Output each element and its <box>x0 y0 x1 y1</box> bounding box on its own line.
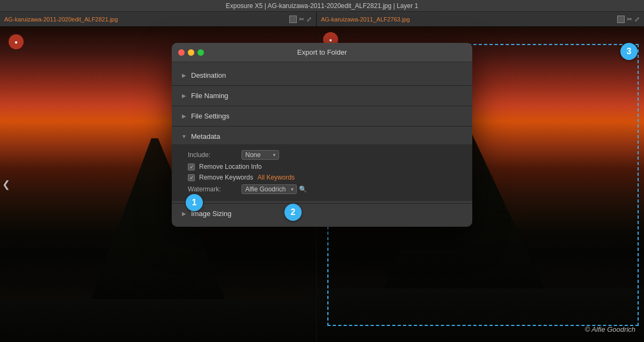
watermark-value: Alfie Goodrich <box>245 185 286 193</box>
close-button[interactable] <box>178 49 185 56</box>
badge-1: 1 <box>186 194 203 211</box>
badge-2: 2 <box>284 204 302 221</box>
watermark-text: © Alfie Goodrich <box>585 325 635 333</box>
include-dropdown[interactable]: None <box>241 150 279 160</box>
file-naming-label: File Naming <box>191 92 228 100</box>
destination-arrow-icon <box>180 72 188 79</box>
left-logo: ● <box>9 34 24 49</box>
file-settings-arrow-icon <box>180 113 188 120</box>
left-panel-square-icon[interactable] <box>289 16 297 23</box>
divider-4 <box>172 203 472 204</box>
left-panel-cut-icon: ✂ <box>299 16 304 23</box>
dialog-title-bar: Export to Folder <box>172 43 472 62</box>
traffic-lights <box>178 49 204 56</box>
file-settings-label: File Settings <box>191 112 230 120</box>
section-metadata[interactable]: Metadata <box>172 129 472 144</box>
minimize-button[interactable] <box>188 49 194 56</box>
right-panel-filename: AG-karuizawa-2011_ALF2763.jpg <box>321 16 410 23</box>
remove-location-checkbox[interactable] <box>188 163 195 170</box>
right-panel-cut-icon: ✂ <box>627 16 632 23</box>
divider-2 <box>172 106 472 106</box>
include-label: Include: <box>188 151 241 159</box>
title-bar: Exposure X5 | AG-karuizawa-2011-2020edit… <box>0 0 644 12</box>
left-panel-filename: AG-karuizawa-2011-2020edit_ALF2821.jpg <box>4 16 118 23</box>
metadata-label: Metadata <box>191 132 220 140</box>
file-naming-arrow-icon <box>180 92 188 100</box>
image-sizing-label: Image Sizing <box>191 210 231 218</box>
remove-keywords-row[interactable]: Remove Keywords All Keywords <box>188 172 464 183</box>
remove-keywords-checkbox[interactable] <box>188 174 195 181</box>
remove-keywords-label: Remove Keywords <box>199 174 253 181</box>
metadata-arrow-icon <box>180 133 188 140</box>
title-bar-text: Exposure X5 | AG-karuizawa-2011-2020edit… <box>226 2 418 10</box>
right-panel-square-icon[interactable] <box>617 16 625 23</box>
keywords-link[interactable]: All Keywords <box>258 174 295 181</box>
remove-location-label: Remove Location Info <box>199 163 262 170</box>
maximize-button[interactable] <box>197 49 204 56</box>
section-file-naming[interactable]: File Naming <box>172 88 472 103</box>
watermark-row: Watermark: Alfie Goodrich 🔍 <box>188 183 464 196</box>
right-panel-fit-icon: ⤢ <box>634 16 640 23</box>
include-row: Include: None <box>188 148 464 161</box>
badge-3: 3 <box>620 43 638 60</box>
left-panel-icons: ✂ ⤢ <box>289 16 312 23</box>
export-dialog: Export to Folder Destination File Naming <box>172 43 472 227</box>
section-destination[interactable]: Destination <box>172 68 472 83</box>
include-value: None <box>245 151 261 159</box>
divider-1 <box>172 85 472 86</box>
right-panel-icons: ✂ ⤢ <box>617 16 640 23</box>
left-panel-fit-icon: ⤢ <box>306 16 312 23</box>
left-nav-arrow[interactable]: ❮ <box>2 179 10 190</box>
dialog-body: Destination File Naming File Settings <box>172 62 472 227</box>
divider-3 <box>172 126 472 127</box>
left-panel-header: AG-karuizawa-2011-2020edit_ALF2821.jpg ✂… <box>0 12 316 27</box>
main-area: AG-karuizawa-2011-2020edit_ALF2821.jpg ✂… <box>0 12 644 342</box>
image-sizing-arrow-icon <box>180 210 188 218</box>
watermark-field-label: Watermark: <box>188 185 241 193</box>
destination-label: Destination <box>191 71 226 79</box>
right-panel-header: AG-karuizawa-2011_ALF2763.jpg ✂ ⤢ <box>317 12 644 27</box>
section-image-sizing[interactable]: Image Sizing <box>172 206 472 221</box>
watermark-dropdown[interactable]: Alfie Goodrich <box>241 184 297 194</box>
section-file-settings[interactable]: File Settings <box>172 108 472 124</box>
magnifier-icon[interactable]: 🔍 <box>299 185 307 193</box>
remove-location-row[interactable]: Remove Location Info <box>188 161 464 172</box>
metadata-expanded: Include: None Remove Location Info Remov… <box>172 144 472 201</box>
dialog-title: Export to Folder <box>297 48 347 56</box>
